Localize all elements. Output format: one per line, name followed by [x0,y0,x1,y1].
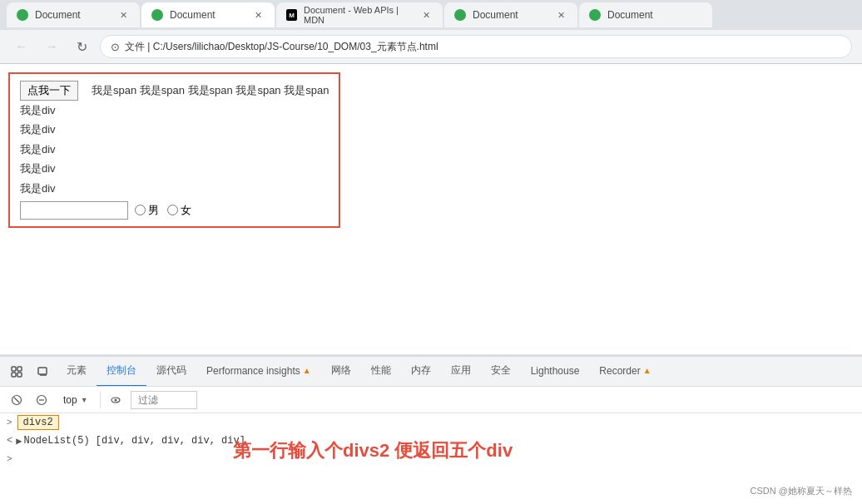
content-box: 点我一下 我是span 我是span 我是span 我是span 我是span … [8,72,340,228]
svg-point-11 [114,398,116,401]
radio-male[interactable] [135,205,146,215]
devtools-tab-application[interactable]: 应用 [441,357,481,387]
console-input-value[interactable]: divs2 [17,415,59,430]
div-item-1: 我是div [20,101,329,120]
browser-tab-3[interactable]: M Document - Web APIs | MDN ✕ [276,2,443,27]
console-empty-prompt: > [7,454,12,464]
refresh-icon: ↻ [77,39,87,55]
watermark-text: CSDN @她称夏天～样热 [751,486,852,496]
address-bar: ← → ↻ ⊙ 文件 | C:/Users/lilichao/Desktop/J… [0,30,862,63]
devtools-tab-perf-insights[interactable]: Performance insights ▲ [196,357,321,387]
address-text: 文件 | C:/Users/lilichao/Desktop/JS-Course… [125,40,438,54]
devtools-tab-perf-insights-label: Performance insights [206,365,300,377]
devtools-tab-application-label: 应用 [451,363,471,378]
toolbar-separator [100,392,101,408]
console-area: > divs2 < ▶ NodeList(5) [div, div, div, … [0,413,862,468]
devtools-tab-bar: 元素 控制台 源代码 Performance insights ▲ 网络 性能 … [0,357,862,387]
forward-icon: → [45,39,58,54]
console-stop-icon[interactable] [32,390,52,410]
radio-male-label: 男 [148,203,159,218]
div-item-2: 我是div [20,120,329,139]
devtools-tab-console-label: 控制台 [107,363,136,378]
back-button[interactable]: ← [10,35,33,58]
tab-bar: Document ✕ Document ✕ M Document - Web A… [0,0,862,30]
div-list: 我是div 我是div 我是div 我是div 我是div [20,101,329,198]
tab-close-1[interactable]: ✕ [116,8,130,22]
devtools-tab-recorder[interactable]: Recorder ▲ [589,357,661,387]
radio-female-label: 女 [181,203,191,218]
devtools-tab-memory-label: 内存 [411,363,431,378]
tab-label-3: Document - Web APIs | MDN [304,5,414,25]
div-item-4: 我是div [20,159,329,178]
radio-female[interactable] [167,205,178,215]
page-content: 点我一下 我是span 我是span 我是span 我是span 我是span … [0,64,862,355]
span-text: 我是span 我是span 我是span 我是span 我是span [92,83,329,98]
devtools-tab-network[interactable]: 网络 [321,357,361,387]
tab-favicon-2 [151,9,163,21]
address-input[interactable]: ⊙ 文件 | C:/Users/lilichao/Desktop/JS-Cour… [100,35,852,58]
devtools-cursor-icon[interactable] [3,358,30,385]
devtools-panel: 元素 控制台 源代码 Performance insights ▲ 网络 性能 … [0,355,862,468]
devtools-tab-recorder-label: Recorder [599,365,640,377]
devtools-tab-console[interactable]: 控制台 [97,357,146,387]
browser-tab-5[interactable]: Document [579,2,712,27]
svg-rect-3 [17,373,22,377]
devtools-tab-security-label: 安全 [491,363,511,378]
context-selector[interactable]: top ▼ [57,391,95,409]
devtools-tab-memory[interactable]: 内存 [401,357,441,387]
refresh-button[interactable]: ↻ [70,35,93,58]
back-icon: ← [15,39,28,54]
text-input-field[interactable] [20,201,128,220]
console-clear-icon[interactable] [7,390,27,410]
svg-line-7 [14,398,19,403]
tab-label-4: Document [473,9,518,21]
eye-icon-btn[interactable] [106,390,126,410]
click-button[interactable]: 点我一下 [20,81,78,101]
devtools-tab-sources[interactable]: 源代码 [146,357,196,387]
csdn-watermark: CSDN @她称夏天～样热 [751,485,852,497]
svg-rect-4 [38,368,47,374]
tab-close-2[interactable]: ✕ [251,8,265,22]
perf-insights-warn-icon: ▲ [303,366,311,375]
svg-rect-1 [17,367,22,371]
tab-favicon-5 [589,9,601,21]
browser-tab-2[interactable]: Document ✕ [141,2,275,27]
forward-button[interactable]: → [40,35,63,58]
radio-female-item[interactable]: 女 [167,203,191,218]
browser-chrome: Document ✕ Document ✕ M Document - Web A… [0,0,862,64]
console-toolbar: top ▼ [0,387,862,413]
div-item-3: 我是div [20,140,329,159]
input-row: 男 女 [20,201,329,220]
tab-favicon-3: M [286,9,297,21]
svg-rect-0 [12,367,16,371]
devtools-device-icon[interactable] [30,358,57,385]
devtools-tab-performance-label: 性能 [371,363,391,378]
browser-tab-4[interactable]: Document ✕ [444,2,577,27]
devtools-tab-elements-label: 元素 [67,363,87,378]
devtools-tab-lighthouse-label: Lighthouse [531,365,580,377]
context-label: top [63,394,77,406]
tab-favicon-1 [17,9,28,21]
devtools-tab-lighthouse[interactable]: Lighthouse [521,357,590,387]
devtools-tab-elements[interactable]: 元素 [57,357,97,387]
context-dropdown-icon: ▼ [81,396,88,404]
tab-label-5: Document [607,9,653,21]
devtools-tab-security[interactable]: 安全 [481,357,521,387]
console-result-arrow: < [7,435,12,447]
filter-input[interactable] [131,391,197,409]
svg-rect-2 [12,373,16,377]
console-prompt-symbol: > [7,418,12,427]
address-security-icon: ⊙ [111,41,120,53]
devtools-tab-sources-label: 源代码 [156,363,186,378]
tab-close-3[interactable]: ✕ [420,8,433,22]
annotation-text: 第一行输入个divs2 便返回五个div [166,422,513,463]
tab-label-1: Document [35,9,81,21]
nodelist-triangle[interactable]: ▶ [16,435,22,447]
devtools-tab-network-label: 网络 [331,363,351,378]
radio-male-item[interactable]: 男 [135,203,159,218]
tab-close-4[interactable]: ✕ [554,8,567,22]
devtools-tab-performance[interactable]: 性能 [361,357,401,387]
recorder-warn-icon: ▲ [643,366,651,375]
browser-tab-1[interactable]: Document ✕ [7,2,140,27]
radio-group: 男 女 [135,203,191,218]
